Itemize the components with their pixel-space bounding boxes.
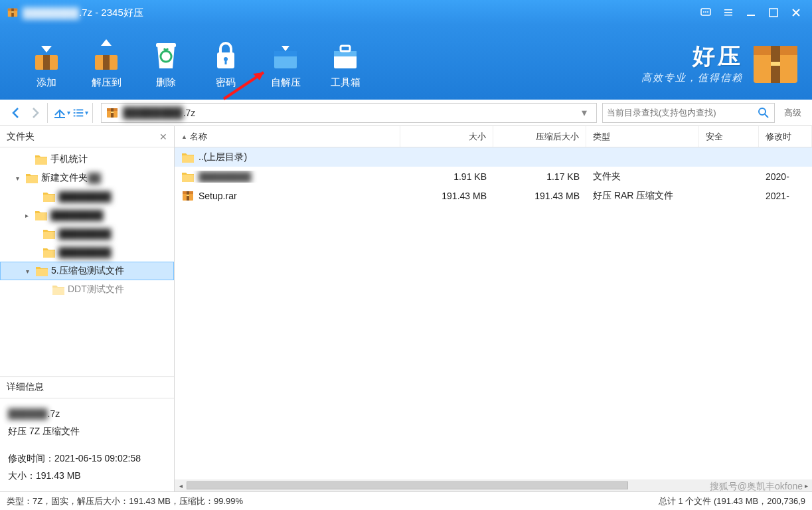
- svg-point-38: [759, 108, 766, 115]
- details-panel: 详细信息 ██████.7z 好压 7Z 压缩文件 修改时间：2021-06-1…: [0, 377, 174, 491]
- svg-rect-26: [341, 46, 350, 51]
- back-button[interactable]: [5, 103, 27, 123]
- svg-rect-9: [724, 9, 732, 11]
- minimize-button[interactable]: [742, 4, 760, 21]
- file-row[interactable]: ..(上层目录): [175, 147, 812, 167]
- feedback-icon[interactable]: [696, 4, 715, 21]
- title-bar: ████████ .7z - 2345好压: [0, 0, 812, 25]
- sfx-button[interactable]: 自解压: [256, 37, 315, 89]
- search-box[interactable]: [602, 103, 775, 123]
- svg-rect-32: [74, 109, 76, 110]
- tree-node[interactable]: 手机统计: [0, 150, 174, 169]
- file-list-pane: ▲名称 大小 压缩后大小 类型 安全 修改时 ..(上层目录)████████1…: [175, 126, 812, 491]
- tree-node[interactable]: ▸████████: [0, 206, 174, 224]
- svg-point-8: [707, 11, 708, 13]
- svg-rect-31: [54, 117, 65, 118]
- title-suffix: .7z - 2345好压: [79, 7, 143, 19]
- svg-rect-17: [103, 55, 110, 70]
- up-button[interactable]: ▾: [50, 103, 72, 123]
- tree-node[interactable]: ▾新建文件夹██: [0, 169, 174, 187]
- menu-icon[interactable]: [719, 4, 738, 21]
- svg-rect-15: [43, 55, 50, 70]
- svg-point-6: [703, 11, 704, 13]
- svg-rect-36: [74, 115, 76, 116]
- svg-rect-23: [274, 51, 297, 56]
- svg-rect-21: [225, 60, 227, 64]
- svg-rect-35: [76, 112, 83, 114]
- view-button[interactable]: ▾: [72, 103, 93, 123]
- tree-node[interactable]: DDT测试文件: [0, 280, 174, 299]
- folder-tree[interactable]: 手机统计▾新建文件夹██████████▸███████████████████…: [0, 147, 174, 377]
- delete-button[interactable]: 删除: [136, 37, 196, 89]
- tree-node[interactable]: ▾5.压缩包测试文件: [0, 262, 174, 280]
- folders-panel-header: 文件夹 ✕: [0, 126, 174, 147]
- tree-node[interactable]: ████████: [0, 243, 174, 262]
- file-rows[interactable]: ..(上层目录)████████1.91 KB1.17 KB文件夹2020-Se…: [175, 147, 812, 479]
- add-icon: [29, 37, 64, 72]
- column-header[interactable]: ▲名称 大小 压缩后大小 类型 安全 修改时: [175, 126, 812, 147]
- trash-icon: [148, 37, 184, 72]
- app-icon: [7, 7, 19, 19]
- extract-button[interactable]: 解压到: [76, 37, 136, 89]
- archive-icon: [106, 107, 119, 119]
- svg-point-7: [705, 11, 706, 13]
- maximize-button[interactable]: [764, 4, 783, 21]
- svg-rect-34: [74, 112, 76, 114]
- search-input[interactable]: [607, 108, 757, 118]
- address-bar[interactable]: ████████ .7z ▾: [101, 103, 597, 123]
- svg-rect-10: [724, 12, 732, 13]
- main-toolbar: 添加 解压到 删除 密码 自解压 工具箱 好压 高效专业，值得信赖: [0, 25, 812, 100]
- file-row[interactable]: Setup.rar191.43 MB191.43 MB好压 RAR 压缩文件20…: [175, 186, 812, 205]
- password-button[interactable]: 密码: [196, 37, 256, 89]
- svg-rect-33: [76, 109, 83, 110]
- toolbox-icon: [327, 37, 363, 72]
- forward-button[interactable]: [27, 103, 48, 123]
- sfx-icon: [268, 37, 303, 72]
- svg-rect-11: [724, 15, 732, 16]
- archive-name-obscured: ████████: [23, 7, 79, 19]
- close-button[interactable]: [787, 4, 805, 21]
- status-bar: 类型：7Z，固实，解压后大小：191.43 MB，压缩比：99.99% 总计 1…: [0, 491, 812, 510]
- extract-icon: [88, 37, 124, 72]
- svg-rect-13: [770, 9, 777, 17]
- svg-rect-18: [156, 43, 176, 47]
- search-icon[interactable]: [757, 107, 770, 119]
- advanced-button[interactable]: 高级: [779, 103, 807, 123]
- svg-rect-12: [747, 15, 755, 16]
- tools-button[interactable]: 工具箱: [315, 37, 375, 89]
- tree-node[interactable]: ████████: [0, 224, 174, 243]
- brand-archive-icon: [751, 39, 800, 86]
- add-button[interactable]: 添加: [17, 37, 76, 89]
- sort-asc-icon: ▲: [181, 133, 187, 140]
- sidebar: 文件夹 ✕ 手机统计▾新建文件夹██████████▸█████████████…: [0, 126, 175, 491]
- tree-node[interactable]: ████████: [0, 187, 174, 206]
- status-right: 总计 1 个文件 (191.43 MB，200,736,9: [659, 495, 805, 507]
- file-row[interactable]: ████████1.91 KB1.17 KB文件夹2020-: [175, 167, 812, 186]
- lock-icon: [208, 37, 244, 72]
- horizontal-scrollbar[interactable]: ◂▸: [175, 479, 812, 491]
- nav-bar: ▾ ▾ ████████ .7z ▾ 高级: [0, 100, 812, 126]
- svg-rect-30: [771, 62, 780, 66]
- svg-rect-37: [76, 115, 83, 116]
- brand-logo: 好压 高效专业，值得信赖: [641, 39, 800, 86]
- status-left: 类型：7Z，固实，解压后大小：191.43 MB，压缩比：99.99%: [7, 495, 243, 507]
- addr-dropdown-icon[interactable]: ▾: [582, 106, 592, 119]
- close-panel-icon[interactable]: ✕: [159, 131, 167, 142]
